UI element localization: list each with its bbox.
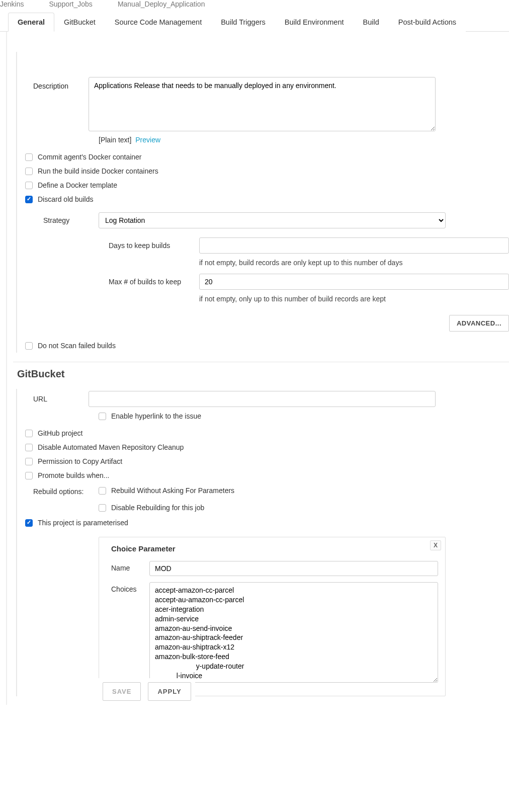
rebuild-without-asking-checkbox[interactable] bbox=[99, 487, 106, 495]
gitbucket-section-title: GitBucket bbox=[17, 368, 509, 380]
github-project-label[interactable]: GitHub project bbox=[38, 429, 82, 437]
tab-build-triggers[interactable]: Build Triggers bbox=[211, 13, 275, 32]
tab-general[interactable]: General bbox=[8, 13, 54, 32]
max-builds-input[interactable] bbox=[199, 274, 509, 290]
define-docker-template-checkbox[interactable] bbox=[25, 182, 33, 189]
param-choices-label: Choices bbox=[111, 582, 149, 593]
run-inside-docker-label[interactable]: Run the build inside Docker containers bbox=[38, 167, 158, 175]
rebuild-options-label: Rebuild options: bbox=[33, 486, 99, 496]
tab-build-environment[interactable]: Build Environment bbox=[275, 13, 354, 32]
disable-maven-cleanup-label[interactable]: Disable Automated Maven Repository Clean… bbox=[38, 443, 184, 451]
do-not-scan-checkbox[interactable] bbox=[25, 342, 33, 350]
disable-maven-cleanup-checkbox[interactable] bbox=[25, 444, 33, 451]
run-inside-docker-checkbox[interactable] bbox=[25, 168, 33, 175]
description-label: Description bbox=[23, 77, 89, 90]
disable-rebuilding-label[interactable]: Disable Rebuilding for this job bbox=[111, 504, 204, 512]
breadcrumb-manual-deploy[interactable]: Manual_Deploy_Application bbox=[118, 0, 205, 8]
tab-gitbucket[interactable]: GitBucket bbox=[54, 13, 105, 32]
strategy-select[interactable]: Log Rotation bbox=[99, 212, 446, 228]
parameterised-checkbox[interactable] bbox=[25, 519, 33, 527]
param-name-label: Name bbox=[111, 561, 149, 572]
plain-text-indicator: [Plain text] bbox=[99, 136, 131, 144]
define-docker-template-label[interactable]: Define a Docker template bbox=[38, 181, 117, 189]
max-builds-hint: if not empty, only up to this number of … bbox=[199, 292, 509, 310]
permission-copy-checkbox[interactable] bbox=[25, 458, 33, 465]
description-textarea[interactable] bbox=[89, 77, 436, 131]
commit-docker-label[interactable]: Commit agent's Docker container bbox=[38, 153, 142, 161]
github-project-checkbox[interactable] bbox=[25, 430, 33, 437]
preview-link[interactable]: Preview bbox=[135, 136, 160, 144]
close-parameter-button[interactable]: X bbox=[430, 540, 441, 550]
promote-when-label[interactable]: Promote builds when... bbox=[38, 471, 109, 479]
max-builds-label: Max # of builds to keep bbox=[109, 278, 199, 286]
commit-docker-checkbox[interactable] bbox=[25, 153, 33, 161]
promote-when-checkbox[interactable] bbox=[25, 472, 33, 479]
breadcrumb-jenkins[interactable]: Jenkins bbox=[0, 0, 24, 8]
discard-old-builds-checkbox[interactable] bbox=[25, 196, 33, 203]
permission-copy-label[interactable]: Permission to Copy Artifact bbox=[38, 457, 122, 465]
days-to-keep-hint: if not empty, build records are only kep… bbox=[199, 256, 509, 274]
breadcrumb: Jenkins Support_Jobs Manual_Deploy_Appli… bbox=[0, 0, 509, 12]
disable-rebuilding-checkbox[interactable] bbox=[99, 504, 106, 512]
enable-hyperlink-label[interactable]: Enable hyperlink to the issue bbox=[111, 412, 201, 420]
apply-button[interactable]: APPLY bbox=[148, 682, 191, 701]
param-name-input[interactable] bbox=[149, 561, 438, 576]
url-input[interactable] bbox=[89, 391, 436, 407]
tab-source-code[interactable]: Source Code Management bbox=[105, 13, 211, 32]
rebuild-without-asking-label[interactable]: Rebuild Without Asking For Parameters bbox=[111, 486, 234, 495]
tab-post-build[interactable]: Post-build Actions bbox=[389, 13, 466, 32]
advanced-button[interactable]: ADVANCED... bbox=[449, 315, 509, 332]
save-button[interactable]: SAVE bbox=[103, 682, 141, 701]
config-tabs: General GitBucket Source Code Management… bbox=[8, 12, 509, 31]
url-label: URL bbox=[23, 395, 89, 403]
parameterised-label[interactable]: This project is parameterised bbox=[38, 519, 128, 527]
choice-parameter-title: Choice Parameter bbox=[111, 544, 438, 553]
choice-parameter-box: X Choice Parameter Name Choices bbox=[99, 537, 446, 696]
days-to-keep-input[interactable] bbox=[199, 237, 509, 254]
breadcrumb-support-jobs[interactable]: Support_Jobs bbox=[49, 0, 92, 8]
do-not-scan-label[interactable]: Do not Scan failed builds bbox=[38, 342, 116, 350]
tab-build[interactable]: Build bbox=[354, 13, 389, 32]
discard-old-builds-label[interactable]: Discard old builds bbox=[38, 195, 94, 203]
enable-hyperlink-checkbox[interactable] bbox=[99, 413, 106, 420]
days-to-keep-label: Days to keep builds bbox=[109, 241, 199, 250]
strategy-label: Strategy bbox=[33, 216, 99, 224]
param-choices-textarea[interactable] bbox=[149, 582, 438, 683]
